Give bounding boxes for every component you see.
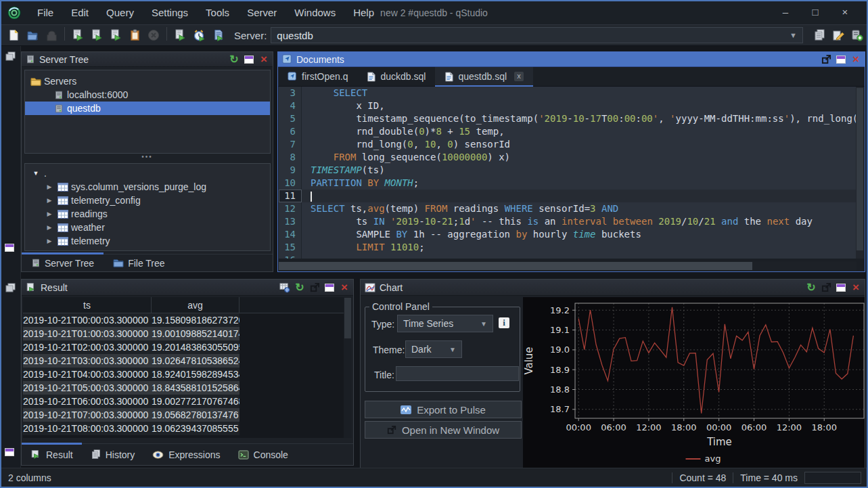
close-panel-icon[interactable]: ×: [258, 54, 270, 65]
add-server-button[interactable]: [848, 27, 866, 43]
collapse-icon[interactable]: ▶: [44, 238, 55, 244]
tab-duckdb-sql[interactable]: duckdb.sql: [357, 67, 435, 86]
refresh-icon[interactable]: ↻: [294, 282, 306, 293]
maximize-panel-icon[interactable]: [243, 54, 255, 65]
table-row[interactable]: 2019-10-21T07:00:03.30000019.05682780137…: [23, 408, 345, 422]
tree-node-table-readings[interactable]: ▶readings: [25, 207, 270, 221]
refresh-icon[interactable]: ↻: [805, 282, 817, 293]
tree-node-table-telemetry-config[interactable]: ▶telemetry_config: [25, 194, 270, 207]
tree-node-server-localhost-6000[interactable]: localhost:6000: [25, 88, 270, 102]
restore-panels-icon[interactable]: [5, 51, 17, 62]
restore-panels-icon[interactable]: [5, 283, 17, 294]
editor-line-9[interactable]: 9TIMESTAMP(ts): [279, 164, 856, 177]
server-combobox[interactable]: questdb ▼: [271, 27, 803, 43]
tab-server-tree[interactable]: Server Tree: [22, 254, 104, 271]
editor-line-7[interactable]: 7 rnd_long(0, 10, 0) sensorId: [279, 138, 856, 151]
expand-icon[interactable]: ▼: [30, 170, 41, 177]
new-document-button[interactable]: [5, 27, 22, 43]
collapse-icon[interactable]: ▶: [44, 183, 55, 190]
tree-node-schema-root[interactable]: ▼.: [25, 167, 270, 180]
tab-firstOpen-q[interactable]: firstOpen.q: [278, 67, 357, 86]
refresh-icon[interactable]: ↻: [228, 54, 240, 65]
editor-line-5[interactable]: 5 timestamp_sequence(to_timestamp('2019-…: [279, 112, 856, 125]
editor-vertical-scrollbar[interactable]: [856, 87, 864, 259]
schedule-query-button[interactable]: [190, 27, 208, 43]
close-button[interactable]: ×: [830, 1, 860, 23]
editor-line-14[interactable]: 14 SAMPLE BY 1h -- aggregation by hourly…: [279, 228, 856, 241]
table-row[interactable]: 2019-10-21T01:00:03.30000019.00109885214…: [23, 327, 345, 340]
editor-horizontal-scrollbar[interactable]: [279, 261, 856, 271]
editor-line-3[interactable]: 3 SELECT: [279, 87, 856, 99]
popout-panel-icon[interactable]: [309, 282, 321, 293]
tab-file-tree[interactable]: File Tree: [104, 254, 174, 271]
editor-line-15[interactable]: 15 LIMIT 11010;: [279, 241, 856, 254]
editor-line-6[interactable]: 6 rnd_double(0)*8 + 15 temp,: [279, 125, 856, 138]
tab-console[interactable]: Console: [229, 444, 297, 465]
tree-node-table-weather[interactable]: ▶weather: [25, 221, 270, 234]
editor-line-8[interactable]: 8 FROM long_sequence(10000000) x): [279, 151, 856, 164]
open-in-new-window-button[interactable]: Open in New Window: [365, 421, 522, 439]
cancel-query-button[interactable]: [145, 27, 162, 43]
execute-selection-button[interactable]: [107, 27, 124, 43]
close-panel-icon[interactable]: ×: [850, 282, 862, 293]
save-file-button[interactable]: [43, 27, 60, 43]
export-grid-icon[interactable]: [279, 282, 291, 293]
splitter-handle[interactable]: •••: [22, 154, 273, 163]
minimized-window-icon[interactable]: [5, 447, 14, 459]
chart-theme-select[interactable]: Dark ▼: [405, 340, 462, 358]
table-row[interactable]: 2019-10-21T08:00:03.30000019.06239437085…: [23, 422, 345, 435]
tree-node-servers-root[interactable]: Servers: [25, 74, 270, 88]
editor-line-12[interactable]: 12SELECT ts,avg(temp) FROM readings WHER…: [279, 202, 856, 215]
code-editor[interactable]: 3 SELECT4 x ID,5 timestamp_sequence(to_t…: [279, 87, 856, 259]
popout-panel-icon[interactable]: [820, 282, 832, 293]
table-row[interactable]: 2019-10-21T04:00:03.30000018.92401598289…: [23, 368, 345, 381]
paste-query-button[interactable]: [126, 27, 143, 43]
collapse-icon[interactable]: ▶: [44, 210, 55, 217]
tab-result[interactable]: Result: [22, 444, 82, 465]
execute-line-button[interactable]: [88, 27, 106, 43]
maximize-panel-icon[interactable]: [835, 282, 847, 293]
collapse-icon[interactable]: ▶: [44, 197, 55, 204]
table-row[interactable]: 2019-10-21T06:00:03.30000019.00277217076…: [23, 395, 345, 408]
run-script-button[interactable]: [209, 27, 227, 43]
editor-line-11[interactable]: 11: [279, 190, 856, 202]
collapse-icon[interactable]: ▶: [44, 224, 55, 231]
column-header-avg[interactable]: avg: [152, 297, 239, 313]
execute-query-button[interactable]: [69, 27, 87, 43]
minimized-window-icon[interactable]: [5, 242, 14, 254]
open-file-button[interactable]: [24, 27, 41, 43]
copy-documents-button[interactable]: [810, 27, 828, 43]
menu-windows[interactable]: Windows: [285, 7, 344, 18]
editor-line-4[interactable]: 4 x ID,: [279, 99, 856, 112]
menu-edit[interactable]: Edit: [62, 7, 97, 18]
chart-type-select[interactable]: Time Series ▼: [397, 315, 493, 332]
chart-title-input[interactable]: [396, 366, 519, 381]
minimize-button[interactable]: –: [771, 1, 800, 23]
popout-panel-icon[interactable]: [820, 54, 832, 65]
send-query-button[interactable]: [171, 27, 189, 43]
menu-file[interactable]: File: [28, 7, 62, 18]
tab-expressions[interactable]: Expressions: [143, 444, 229, 465]
info-icon[interactable]: i: [499, 317, 509, 328]
tab-questdb-sql[interactable]: questdb.sqlx: [435, 67, 533, 86]
maximize-button[interactable]: □: [800, 1, 830, 23]
close-tab-icon[interactable]: x: [514, 72, 524, 81]
menu-settings[interactable]: Settings: [143, 7, 197, 18]
table-row[interactable]: 2019-10-21T00:00:03.30000019.15809818627…: [23, 313, 345, 327]
tab-history[interactable]: History: [82, 444, 144, 465]
close-panel-icon[interactable]: ×: [850, 54, 862, 65]
menu-help[interactable]: Help: [344, 7, 383, 18]
editor-line-13[interactable]: 13 ts IN '2019-10-21;1d' -- this is an i…: [279, 215, 856, 228]
menu-tools[interactable]: Tools: [197, 7, 238, 18]
result-vertical-scrollbar[interactable]: [344, 297, 352, 438]
editor-line-16[interactable]: 16: [279, 254, 856, 259]
menu-query[interactable]: Query: [97, 7, 143, 18]
close-panel-icon[interactable]: ×: [338, 282, 350, 293]
table-row[interactable]: 2019-10-21T03:00:03.30000019.02647810538…: [23, 354, 345, 368]
menu-server[interactable]: Server: [238, 7, 285, 18]
export-to-pulse-button[interactable]: Export to Pulse: [365, 401, 522, 418]
tree-node-table-sys-column-versions-purge-log[interactable]: ▶sys.column_versions_purge_log: [25, 180, 270, 194]
tree-node-table-telemetry[interactable]: ▶telemetry: [25, 234, 270, 248]
editor-line-10[interactable]: 10PARTITION BY MONTH;: [279, 177, 856, 190]
tree-node-server-questdb[interactable]: questdb: [25, 102, 270, 115]
